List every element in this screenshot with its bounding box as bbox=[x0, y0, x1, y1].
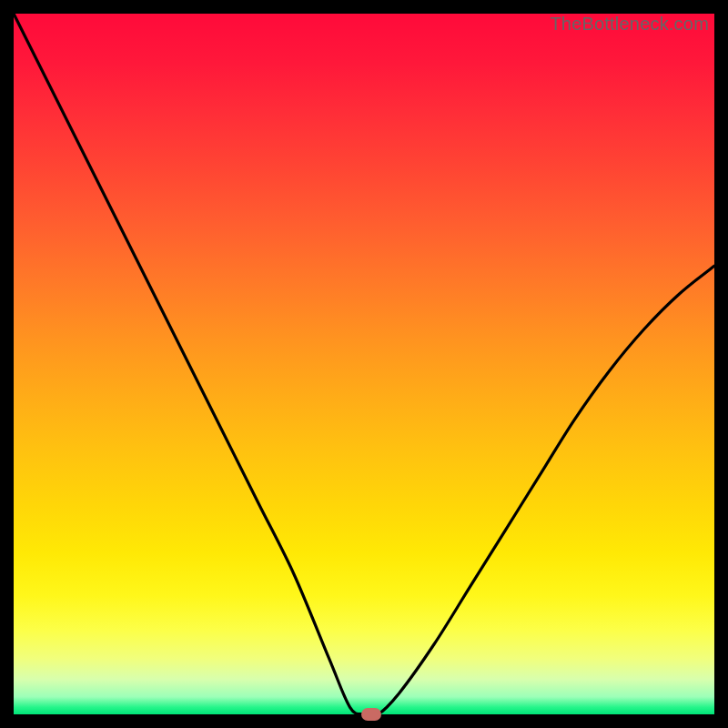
plot-area: TheBottleneck.com bbox=[14, 14, 714, 714]
bottleneck-curve bbox=[14, 14, 714, 714]
chart-frame: TheBottleneck.com bbox=[0, 0, 728, 728]
optimal-point-marker bbox=[361, 708, 381, 721]
curve-path bbox=[14, 14, 714, 716]
